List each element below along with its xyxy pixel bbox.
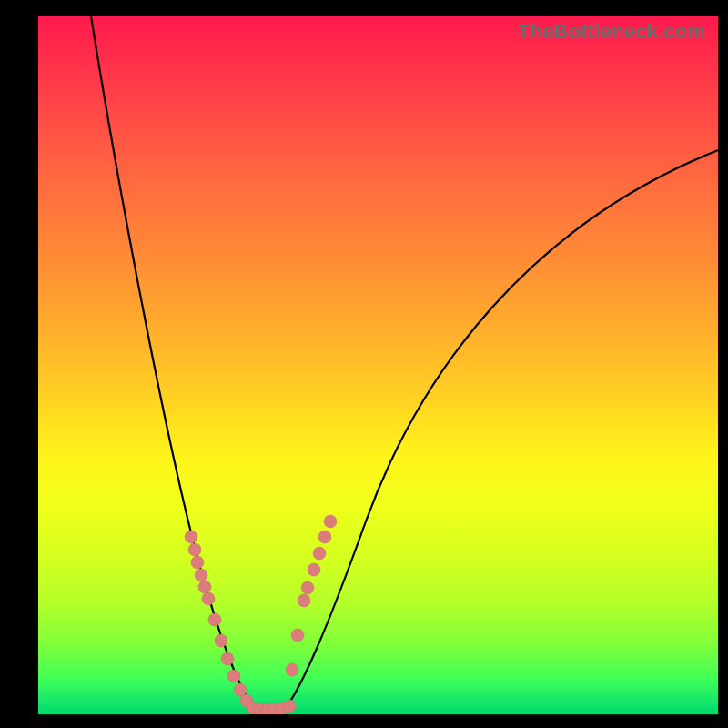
markers-right bbox=[286, 515, 337, 676]
markers-bottom bbox=[247, 700, 296, 714]
data-marker bbox=[191, 556, 204, 569]
data-marker bbox=[208, 613, 221, 626]
curve-layer bbox=[38, 16, 718, 714]
data-marker bbox=[318, 531, 331, 543]
data-marker bbox=[298, 594, 310, 607]
data-marker bbox=[234, 683, 247, 696]
data-marker bbox=[185, 531, 197, 543]
curve-right bbox=[285, 150, 718, 710]
markers-left bbox=[185, 531, 253, 707]
curve-left bbox=[91, 16, 255, 710]
data-marker bbox=[221, 652, 234, 665]
data-marker bbox=[324, 515, 337, 528]
data-marker bbox=[228, 670, 240, 682]
data-marker bbox=[313, 547, 326, 560]
data-marker bbox=[283, 700, 296, 713]
data-marker bbox=[188, 543, 201, 556]
data-marker bbox=[198, 581, 211, 593]
chart-frame: TheBottleneck.com bbox=[0, 0, 728, 728]
data-marker bbox=[286, 663, 298, 676]
data-marker bbox=[202, 592, 215, 605]
data-marker bbox=[291, 629, 304, 642]
data-marker bbox=[215, 634, 228, 647]
data-marker bbox=[195, 569, 207, 581]
plot-area: TheBottleneck.com bbox=[38, 16, 718, 714]
data-marker bbox=[301, 581, 314, 594]
data-marker bbox=[308, 563, 320, 576]
